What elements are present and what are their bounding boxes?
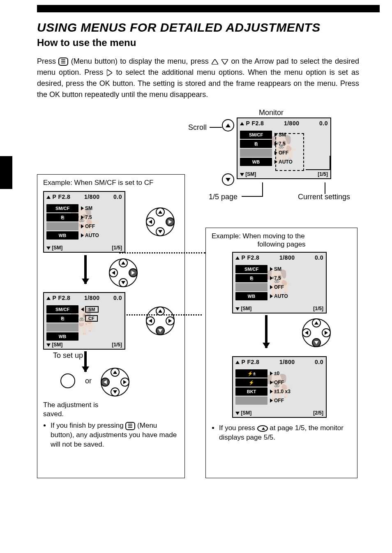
row-value: SM	[279, 132, 286, 138]
scroll-down-circle	[222, 173, 234, 186]
down-arrow-icon	[222, 60, 228, 64]
row-label: SM/CF	[240, 131, 272, 139]
ev-value: 0.0	[319, 120, 328, 127]
page-frac-label: 1/5 page	[209, 193, 238, 201]
example-heading: Example: When moving to the	[212, 232, 351, 240]
ok-button[interactable]	[60, 373, 75, 388]
callout-line	[325, 182, 325, 194]
menu-screen-page2: 🐕 P F2.8 1/800 0.0 ⚡±±0 ⚡OFF BKT±1.0 x3 …	[232, 356, 327, 418]
aperture-value: F2.8	[251, 120, 264, 127]
dotted-connector	[119, 252, 205, 253]
page-subtitle: How to use the menu	[37, 37, 359, 48]
callout-line	[210, 127, 222, 128]
arrow-pad[interactable]	[101, 368, 129, 396]
page-indicator: [2/5]	[313, 410, 323, 416]
para-text: Press	[37, 57, 58, 65]
option-sm: SM	[85, 306, 99, 313]
page-content: USING MENUS FOR DETAILED ADJUSTMENTS How…	[0, 12, 392, 499]
example-box-right: Example: When moving to the following pa…	[205, 228, 357, 478]
row-label-blank	[240, 149, 272, 157]
arrow-pad[interactable]	[146, 306, 175, 335]
intro-paragraph: Press ☰ (Menu button) to display the men…	[37, 56, 359, 100]
note-text: If you press	[219, 424, 257, 432]
flash-icon: ⚡	[235, 378, 267, 387]
menu-button-icon: ☰	[125, 422, 135, 430]
flow-arrow-down	[84, 255, 87, 284]
to-set-up-label: To set up	[53, 351, 83, 360]
example-box-left: Example: When SM/CF is set to CF 🐕 P F2.…	[37, 174, 185, 478]
drive-icon: ⎘	[240, 140, 272, 148]
menu-screen: 🐕 P F2.8 1/800 0.0 SM/CFSM ⎘7.5 OFF WBAU…	[43, 191, 125, 253]
row-value: 7.5	[279, 141, 286, 147]
option-cf: CF	[85, 315, 98, 322]
note-item: If you finish by pressing ☰ (Menu button…	[51, 421, 179, 449]
shutter-value: 1/800	[284, 120, 300, 127]
row-label: WB	[240, 158, 272, 166]
scroll-label: Scroll	[188, 123, 207, 132]
up-scroll-icon	[257, 425, 268, 432]
current-settings-label: Current settings	[298, 193, 350, 201]
flow-arrow-down	[265, 315, 267, 348]
para-text: (Menu button) to display the menu, press	[71, 57, 211, 65]
note-list-right: If you press at page 1/5, the monitor di…	[212, 424, 351, 442]
row-value: OFF	[279, 150, 288, 156]
callout-line	[262, 182, 263, 197]
up-arrow-icon	[212, 60, 218, 64]
example-heading: Example: When SM/CF is set to CF	[43, 179, 179, 187]
arrow-pad[interactable]	[146, 207, 175, 236]
menu-screen-options: 🐕 P F2.8 1/800 0.0 SM/CFSM ⎘CF WB [SM][1…	[43, 292, 125, 350]
page-indicator: [1/5]	[318, 171, 328, 177]
menu-screen: 🐕 P F2.8 1/800 0.0 SM/CFSM ⎘7.5 OFF WBAU…	[232, 252, 327, 313]
card-indicator: [SM]	[245, 171, 256, 177]
monitor-label: Monitor	[259, 108, 284, 117]
flash-comp-icon: ⚡±	[235, 369, 267, 378]
callout-line	[242, 196, 262, 197]
note-list-left: If you finish by pressing ☰ (Menu button…	[43, 421, 179, 449]
right-arrow-icon	[107, 70, 112, 76]
page-title: USING MENUS FOR DETAILED ADJUSTMENTS	[37, 21, 359, 35]
callout-bracket	[306, 156, 330, 170]
arrow-pad[interactable]	[109, 258, 138, 287]
flow-arrow-down	[84, 351, 87, 372]
adjustment-saved-text: The adjustment is saved.	[43, 401, 113, 419]
top-black-bar	[37, 5, 380, 12]
or-label: or	[85, 377, 92, 385]
row-value: AUTO	[279, 159, 293, 165]
menu-button-icon: ☰	[58, 58, 68, 66]
mode-value: P	[246, 120, 250, 127]
note-item: If you press at page 1/5, the monitor di…	[219, 424, 351, 442]
arrow-pad[interactable]	[302, 318, 331, 347]
example-heading: following pages	[212, 240, 351, 249]
diagram-area: Monitor Scroll 🐕 P F2.8 1/800 0.0 SM/CFS…	[37, 113, 359, 482]
scroll-up-circle	[222, 119, 234, 131]
